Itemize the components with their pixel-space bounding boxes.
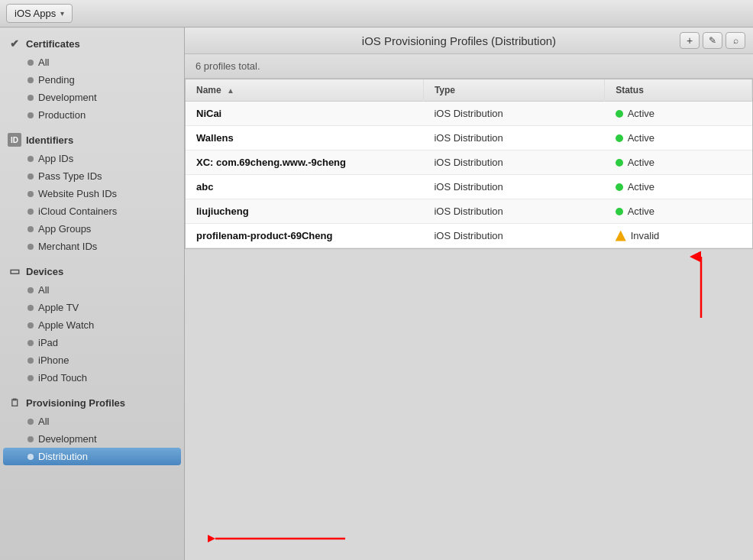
sidebar-item-devices-all[interactable]: All bbox=[0, 281, 184, 299]
add-button[interactable]: + bbox=[680, 32, 700, 49]
sidebar-item-cert-production[interactable]: Production bbox=[0, 106, 184, 124]
sidebar-item-cert-development[interactable]: Development bbox=[0, 89, 184, 106]
sidebar-provisioning-header: 🗒 Provisioning Profiles bbox=[0, 391, 184, 413]
sidebar-item-iphone[interactable]: iPhone bbox=[0, 351, 184, 369]
dropdown-chevron: ▾ bbox=[60, 9, 64, 18]
sidebar-item-apple-watch[interactable]: Apple Watch bbox=[0, 316, 184, 334]
content-body bbox=[185, 249, 753, 560]
table-header-row: Name ▲ Type Status bbox=[186, 79, 752, 102]
cert-dev-dot bbox=[27, 95, 34, 101]
cell-name: NiCai bbox=[186, 102, 423, 126]
apple-tv-label: Apple TV bbox=[38, 302, 79, 313]
search-button[interactable]: ⌕ bbox=[726, 32, 745, 49]
app-groups-label: App Groups bbox=[38, 223, 91, 235]
prov-all-label: All bbox=[38, 416, 49, 427]
sidebar: ✔ Certificates All Pending Development P… bbox=[0, 28, 185, 560]
prov-all-dot bbox=[27, 419, 34, 425]
col-status-label: Status bbox=[616, 85, 644, 95]
cell-name: Wallens bbox=[186, 126, 423, 151]
cell-type: iOS Distribution bbox=[423, 224, 604, 248]
cert-prod-label: Production bbox=[38, 109, 86, 121]
pass-type-ids-label: Pass Type IDs bbox=[38, 170, 102, 182]
main-layout: ✔ Certificates All Pending Development P… bbox=[0, 28, 753, 560]
cell-type: iOS Distribution bbox=[423, 199, 604, 224]
ipad-dot bbox=[27, 340, 34, 346]
sidebar-item-prov-distribution[interactable]: Distribution bbox=[3, 448, 181, 465]
provisioning-label: Provisioning Profiles bbox=[26, 397, 125, 409]
sidebar-item-merchant-ids[interactable]: Merchant IDs bbox=[0, 238, 184, 255]
cell-status: Active bbox=[605, 126, 752, 151]
cell-status: Active bbox=[605, 199, 752, 224]
apple-watch-dot bbox=[27, 322, 34, 329]
col-status[interactable]: Status bbox=[605, 79, 752, 102]
prov-dist-dot bbox=[27, 454, 34, 460]
edit-button[interactable]: ✎ bbox=[703, 32, 722, 49]
icloud-dot bbox=[27, 209, 34, 215]
col-name[interactable]: Name ▲ bbox=[186, 79, 423, 102]
sidebar-item-app-ids[interactable]: App IDs bbox=[0, 150, 184, 167]
col-type[interactable]: Type bbox=[423, 79, 604, 102]
cell-type: iOS Distribution bbox=[423, 175, 604, 199]
merchant-ids-label: Merchant IDs bbox=[38, 241, 97, 252]
sidebar-item-prov-all[interactable]: All bbox=[0, 413, 184, 430]
sidebar-certificates-header: ✔ Certificates bbox=[0, 32, 184, 53]
identifiers-icon: ID bbox=[8, 133, 21, 147]
sidebar-item-prov-development[interactable]: Development bbox=[0, 430, 184, 448]
annotation-arrow-left bbox=[208, 523, 360, 554]
app-ids-label: App IDs bbox=[38, 153, 73, 164]
sidebar-section-identifiers: ID Identifiers App IDs Pass Type IDs Web… bbox=[0, 128, 184, 255]
sidebar-identifiers-header: ID Identifiers bbox=[0, 128, 184, 150]
table-row[interactable]: NiCaiiOS DistributionActive bbox=[186, 102, 752, 126]
col-name-label: Name bbox=[196, 85, 221, 95]
status-dot-active bbox=[616, 110, 623, 118]
pass-type-ids-dot bbox=[27, 173, 34, 180]
content-area: iOS Provisioning Profiles (Distribution)… bbox=[185, 28, 753, 560]
cert-prod-dot bbox=[27, 112, 34, 118]
status-text: Active bbox=[628, 181, 654, 193]
cell-status: Active bbox=[605, 151, 752, 175]
sidebar-devices-header: ▭ Devices bbox=[0, 260, 184, 281]
sidebar-item-website-push-ids[interactable]: Website Push IDs bbox=[0, 185, 184, 202]
status-warning-icon bbox=[616, 231, 626, 241]
devices-all-label: All bbox=[38, 284, 49, 296]
table-row[interactable]: WallensiOS DistributionActive bbox=[186, 126, 752, 151]
cell-status: Active bbox=[605, 175, 752, 199]
iphone-dot bbox=[27, 358, 34, 364]
website-push-label: Website Push IDs bbox=[38, 188, 117, 199]
sidebar-item-pass-type-ids[interactable]: Pass Type IDs bbox=[0, 167, 184, 185]
profiles-count-text: 6 profiles total. bbox=[196, 60, 260, 72]
status-text: Active bbox=[628, 157, 654, 168]
identifiers-label: Identifiers bbox=[26, 134, 73, 146]
cell-type: iOS Distribution bbox=[423, 102, 604, 126]
content-header: iOS Provisioning Profiles (Distribution)… bbox=[185, 28, 753, 54]
sidebar-item-cert-pending[interactable]: Pending bbox=[0, 71, 184, 89]
cert-dev-label: Development bbox=[38, 92, 97, 103]
sidebar-item-ipod-touch[interactable]: iPod Touch bbox=[0, 369, 184, 387]
cell-name: XC: com.69cheng.www.-9cheng bbox=[186, 151, 423, 175]
ipod-touch-dot bbox=[27, 375, 34, 381]
cell-type: iOS Distribution bbox=[423, 126, 604, 151]
page-title: iOS Provisioning Profiles (Distribution) bbox=[238, 34, 680, 47]
table-row[interactable]: XC: com.69cheng.www.-9chengiOS Distribut… bbox=[186, 151, 752, 175]
table-row[interactable]: liujiuchengiOS DistributionActive bbox=[186, 199, 752, 224]
ios-apps-dropdown[interactable]: iOS Apps ▾ bbox=[6, 4, 73, 23]
table-row[interactable]: profilenam-product-69ChengiOS Distributi… bbox=[186, 224, 752, 248]
sidebar-item-cert-all[interactable]: All bbox=[0, 53, 184, 71]
cert-all-label: All bbox=[38, 57, 49, 68]
status-text: Invalid bbox=[631, 230, 660, 241]
status-dot-active bbox=[616, 134, 623, 142]
sidebar-item-ipad[interactable]: iPad bbox=[0, 334, 184, 351]
dropdown-label: iOS Apps bbox=[15, 8, 56, 19]
sidebar-item-apple-tv[interactable]: Apple TV bbox=[0, 299, 184, 316]
icloud-label: iCloud Containers bbox=[38, 206, 117, 217]
sidebar-item-app-groups[interactable]: App Groups bbox=[0, 220, 184, 238]
provisioning-icon: 🗒 bbox=[8, 396, 21, 409]
table-row[interactable]: abciOS DistributionActive bbox=[186, 175, 752, 199]
sidebar-section-provisioning: 🗒 Provisioning Profiles All Development … bbox=[0, 391, 184, 465]
top-bar: iOS Apps ▾ bbox=[0, 0, 753, 28]
certificates-icon: ✔ bbox=[8, 37, 21, 50]
prov-dev-dot bbox=[27, 436, 34, 442]
sidebar-item-icloud-containers[interactable]: iCloud Containers bbox=[0, 202, 184, 220]
app-groups-dot bbox=[27, 226, 34, 232]
cert-pending-label: Pending bbox=[38, 74, 75, 86]
